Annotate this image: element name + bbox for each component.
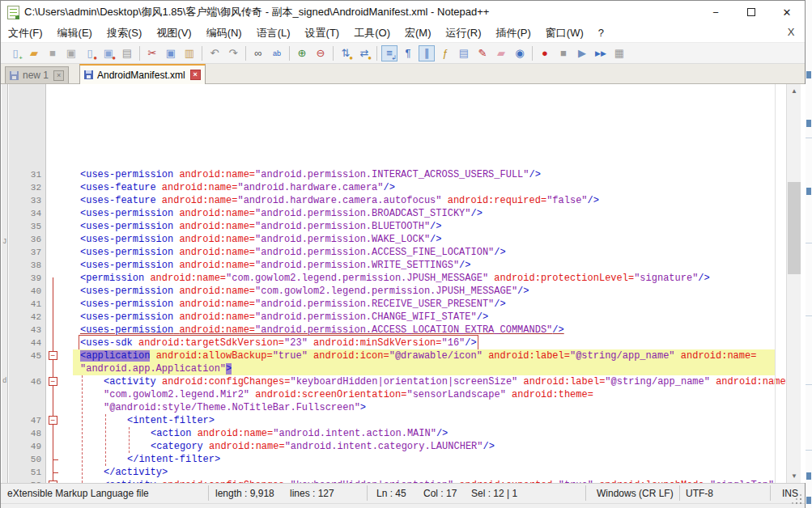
- line-number: 31: [9, 168, 41, 181]
- document-map-icon[interactable]: ▤: [456, 45, 472, 61]
- new-file-icon[interactable]: ▯+: [7, 45, 23, 61]
- line-number: 39: [9, 272, 41, 285]
- menu-item[interactable]: 运行(R): [438, 23, 488, 43]
- code-row: <application android:allowBackup="true" …: [73, 349, 776, 362]
- line-number: 40: [9, 285, 41, 298]
- menu-item[interactable]: 编辑(E): [50, 23, 100, 43]
- code-row: <permission android:name="com.gowlom2.le…: [73, 272, 776, 285]
- monitoring-icon[interactable]: ◉: [512, 45, 528, 61]
- menu-item[interactable]: 工具(O): [346, 23, 397, 43]
- cut-icon[interactable]: ✂: [144, 45, 160, 61]
- scroll-up-arrow-icon[interactable]: ▲: [787, 84, 801, 98]
- zoom-out-icon[interactable]: ⊖: [312, 45, 329, 61]
- tab-close-icon[interactable]: ×: [53, 70, 64, 81]
- line-number: 36: [9, 233, 41, 246]
- redo-icon[interactable]: ↷: [225, 45, 241, 61]
- close-file-icon[interactable]: ▯●: [82, 45, 98, 61]
- maximize-button[interactable]: [733, 1, 769, 23]
- copy-icon[interactable]: ▣: [163, 45, 179, 61]
- undo-icon[interactable]: ↶: [206, 45, 223, 61]
- status-length: length : 9,918: [215, 487, 274, 500]
- replace-icon[interactable]: ab: [269, 45, 285, 61]
- save-all-icon[interactable]: ▣: [63, 45, 79, 61]
- toolbar-separator: [289, 46, 290, 61]
- window-title: C:\Users\admin\Desktop\御风1.85\客户端\御风传奇 -…: [24, 5, 489, 19]
- app-icon: [7, 6, 19, 19]
- tab-close-icon[interactable]: ×: [190, 70, 201, 80]
- line-number: 37: [9, 246, 41, 259]
- macro-save-icon[interactable]: ▦: [611, 45, 627, 61]
- code-row: <action android:name="android.intent.act…: [73, 427, 776, 440]
- menu-item[interactable]: 编码(N): [199, 23, 249, 43]
- show-all-characters-icon[interactable]: ¶: [400, 45, 416, 61]
- code-row: <uses-feature android:name="android.hard…: [73, 194, 776, 207]
- save-icon[interactable]: ■: [45, 45, 61, 61]
- status-eol-format[interactable]: Windows (CR LF): [597, 487, 674, 500]
- line-number-margin: 3132333435363738394041424344454647484950…: [9, 84, 46, 483]
- toolbar-separator: [202, 46, 202, 61]
- sync-vertical-icon[interactable]: ⇅●: [338, 45, 354, 61]
- menu-item[interactable]: 窗口(W): [538, 23, 591, 43]
- code-row: <uses-permission android:name="android.p…: [73, 298, 776, 311]
- menu-item[interactable]: 搜索(S): [100, 23, 149, 43]
- macro-record-icon[interactable]: ●: [537, 45, 553, 61]
- code-row: <uses-permission android:name="android.p…: [73, 311, 776, 324]
- docked-panel-edge: J d: [2, 84, 8, 483]
- menu-item[interactable]: ?: [591, 23, 611, 43]
- menu-item[interactable]: 语言(L): [249, 23, 298, 43]
- code-row: "@android:style/Theme.NoTitleBar.Fullscr…: [73, 401, 776, 414]
- function-list-icon[interactable]: ƒ: [437, 45, 453, 61]
- line-number: 43: [9, 324, 41, 337]
- window-controls: − ✕: [698, 1, 805, 23]
- editor-area[interactable]: J d 313233343536373839404142434445464748…: [2, 84, 806, 483]
- status-encoding[interactable]: UTF-8: [686, 487, 713, 500]
- menu-item[interactable]: 设置(T): [298, 23, 347, 43]
- menu-item[interactable]: 宏(M): [397, 23, 439, 43]
- word-wrap-icon[interactable]: ≡↲: [381, 45, 397, 61]
- macro-stop-icon[interactable]: ■: [555, 45, 572, 61]
- macro-run-multiple-icon[interactable]: ▶▶: [593, 45, 609, 61]
- line-number: 45: [9, 349, 41, 362]
- line-number: 32: [9, 181, 41, 194]
- document-list-icon[interactable]: ✎: [474, 45, 491, 61]
- status-doc-type: eXtensible Markup Language file: [7, 487, 149, 500]
- sync-horizontal-icon[interactable]: ⇄●: [356, 45, 372, 61]
- print-icon[interactable]: ▤: [119, 45, 135, 61]
- code-row: <intent-filter>: [73, 414, 776, 427]
- text-area-border: [775, 84, 776, 483]
- fold-collapse-icon[interactable]: −: [49, 351, 57, 360]
- scrollbar-thumb[interactable]: [788, 182, 801, 274]
- indent-guide-icon[interactable]: ∥: [419, 45, 435, 61]
- menu-close-x[interactable]: X: [784, 26, 798, 38]
- tab-androidmanifest-xml[interactable]: AndroidManifest.xml×: [79, 64, 206, 84]
- tab-new-1[interactable]: new 1×: [5, 66, 69, 84]
- zoom-in-icon[interactable]: ⊕: [294, 45, 310, 61]
- resize-grip[interactable]: [800, 502, 801, 504]
- menu-item[interactable]: 文件(F): [1, 23, 50, 43]
- code-row: </intent-filter>: [73, 453, 776, 466]
- menu-item[interactable]: 插件(P): [489, 23, 538, 43]
- close-button[interactable]: ✕: [769, 1, 805, 23]
- find-icon[interactable]: ∞: [250, 45, 266, 61]
- vertical-scrollbar[interactable]: ▲ ▼: [786, 84, 801, 483]
- code-row: <activity android:configChanges="keyboar…: [73, 375, 776, 388]
- minimize-button[interactable]: −: [698, 1, 733, 23]
- macro-play-icon[interactable]: ▶: [574, 45, 590, 61]
- fold-collapse-icon[interactable]: −: [49, 377, 57, 386]
- code-row: <uses-permission android:name="android.p…: [73, 259, 776, 272]
- menu-item[interactable]: 视图(V): [149, 23, 198, 43]
- folder-as-workspace-icon[interactable]: ▰: [493, 45, 509, 61]
- open-folder-icon[interactable]: ▰: [26, 45, 42, 61]
- line-number: 41: [9, 298, 41, 311]
- status-selection: Sel : 12 | 1: [471, 487, 517, 500]
- status-bar: eXtensible Markup Language file length :…: [1, 483, 805, 508]
- code-row: <uses-permission android:name="android.p…: [73, 168, 776, 181]
- status-insert-mode[interactable]: INS: [782, 487, 798, 500]
- paste-icon[interactable]: ▥: [181, 45, 198, 61]
- tab-label: AndroidManifest.xml: [97, 70, 185, 81]
- line-number: 51: [9, 466, 41, 479]
- fold-collapse-icon[interactable]: −: [49, 480, 57, 483]
- scroll-down-arrow-icon[interactable]: ▼: [787, 469, 801, 483]
- close-all-icon[interactable]: ▣●: [100, 45, 117, 61]
- fold-collapse-icon[interactable]: −: [49, 416, 57, 425]
